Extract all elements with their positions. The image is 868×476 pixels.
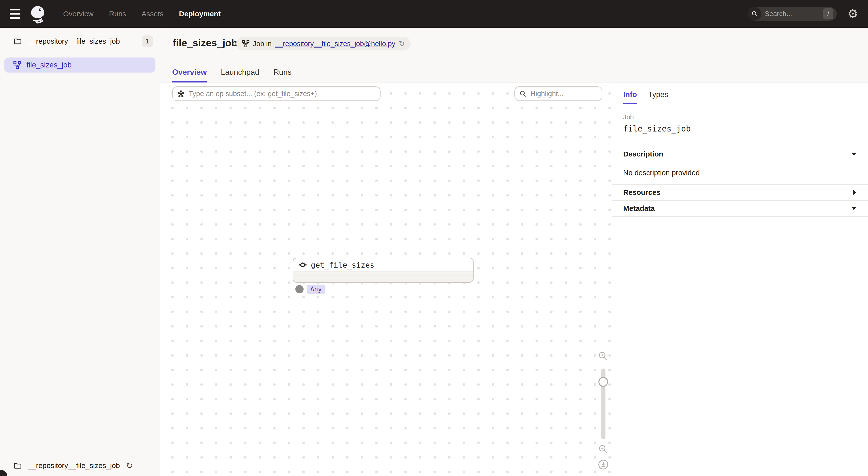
- panel-tabs: Info Types: [612, 82, 868, 104]
- section-metadata[interactable]: Metadata: [612, 200, 868, 216]
- job-context-pill: Job in __repository__file_sizes_job@hell…: [236, 37, 411, 50]
- nav-links: Overview Runs Assets Deployment: [63, 10, 221, 18]
- section-resources[interactable]: Resources: [612, 184, 868, 200]
- chevron-down-icon: [851, 152, 856, 156]
- op-node-body: [293, 272, 473, 282]
- repository-group-label: __repository__file_sizes_job: [28, 37, 120, 45]
- op-subset-filter[interactable]: [172, 87, 380, 101]
- panel-tab-types[interactable]: Types: [648, 90, 669, 104]
- job-tabs: Overview Launchpad Runs: [172, 68, 291, 82]
- page-title: file_sizes_job: [173, 37, 238, 49]
- top-nav: Overview Runs Assets Deployment / ⚙: [0, 0, 868, 28]
- panel-sections: Description No description provided Reso…: [612, 146, 868, 217]
- job-context-prefix: Job in: [253, 40, 272, 48]
- highlight-input[interactable]: [530, 90, 597, 98]
- chevron-right-icon: [853, 190, 856, 195]
- job-summary: Job file_sizes_job: [623, 113, 691, 133]
- zoom-out-icon[interactable]: [598, 444, 609, 455]
- footer-repository-label: __repository__file_sizes_job: [28, 462, 120, 470]
- job-icon: [242, 40, 249, 47]
- hamburger-menu-icon[interactable]: [10, 9, 21, 19]
- job-name: file_sizes_job: [623, 124, 691, 133]
- nav-item-assets[interactable]: Assets: [142, 10, 163, 18]
- tab-launchpad[interactable]: Launchpad: [221, 68, 259, 82]
- nav-item-deployment[interactable]: Deployment: [179, 10, 221, 18]
- section-label: Description: [623, 150, 663, 158]
- panel-tab-info[interactable]: Info: [623, 90, 637, 104]
- chevron-down-icon: [851, 207, 856, 210]
- search-icon: [519, 90, 527, 97]
- search-shortcut-key: /: [823, 8, 833, 20]
- reload-repository-icon[interactable]: ↻: [126, 462, 133, 470]
- info-panel: Info Types Job file_sizes_job Descriptio…: [612, 82, 868, 476]
- highlight-filter[interactable]: [515, 87, 602, 101]
- sidebar-item-label: file_sizes_job: [27, 61, 72, 69]
- section-label: Resources: [623, 188, 660, 197]
- sidebar: __repository__file_sizes_job 1 file_size…: [0, 28, 160, 476]
- global-search[interactable]: /: [748, 7, 837, 21]
- dagster-logo-icon[interactable]: [28, 4, 48, 24]
- output-handle[interactable]: [295, 285, 304, 293]
- sidebar-footer: __repository__file_sizes_job ↻: [0, 455, 160, 476]
- job-icon: [13, 61, 21, 69]
- nav-item-overview[interactable]: Overview: [63, 10, 93, 18]
- folder-icon: [13, 37, 22, 45]
- op-subset-input[interactable]: [189, 90, 376, 98]
- search-input[interactable]: [762, 10, 823, 18]
- reload-icon[interactable]: ↻: [399, 40, 405, 47]
- zoom-in-icon[interactable]: [598, 351, 609, 362]
- job-kind-label: Job: [623, 113, 691, 121]
- section-description[interactable]: Description: [612, 146, 868, 162]
- op-selector-icon: [177, 90, 185, 98]
- download-image-icon[interactable]: [598, 459, 609, 470]
- output-type-badge[interactable]: Any: [307, 284, 326, 294]
- graph-canvas[interactable]: get_file_sizes Any: [160, 82, 612, 476]
- job-count-badge: 1: [142, 35, 153, 47]
- repository-group-row[interactable]: __repository__file_sizes_job 1: [0, 28, 160, 55]
- search-icon: [748, 7, 762, 21]
- op-node-get-file-sizes[interactable]: get_file_sizes: [293, 258, 473, 283]
- op-node-name: get_file_sizes: [311, 261, 374, 269]
- tab-overview[interactable]: Overview: [172, 68, 207, 82]
- folder-icon: [13, 462, 22, 470]
- nav-item-runs[interactable]: Runs: [109, 10, 126, 18]
- gear-icon[interactable]: ⚙: [847, 8, 858, 20]
- sidebar-item-file-sizes-job[interactable]: file_sizes_job: [4, 58, 155, 72]
- section-label: Metadata: [623, 204, 655, 212]
- page-header: file_sizes_job Job in __repository__file…: [160, 28, 868, 82]
- zoom-slider-handle[interactable]: [598, 377, 608, 387]
- repository-link[interactable]: __repository__file_sizes_job@hello.py: [275, 40, 395, 48]
- description-body: No description provided: [612, 162, 868, 184]
- op-icon: [298, 261, 307, 269]
- tab-runs[interactable]: Runs: [274, 68, 292, 82]
